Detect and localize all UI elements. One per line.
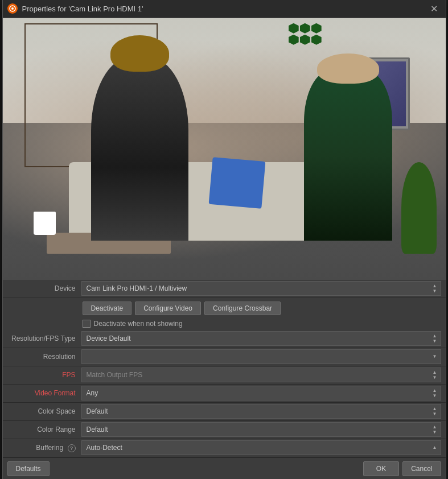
- video-format-value: Any: [87, 389, 98, 397]
- video-format-control: Any ▲ ▼: [81, 386, 441, 400]
- fps-arrow-down: ▼: [433, 375, 437, 380]
- color-space-arrow: ▲ ▼: [433, 407, 437, 416]
- fps-arrow-up: ▲: [433, 370, 437, 375]
- resolution-fps-dropdown[interactable]: Device Default ▲ ▼: [81, 331, 441, 346]
- deactivate-when-label: Deactivate when not showing: [94, 320, 183, 328]
- resolution-row: Resolution ▼: [3, 348, 446, 366]
- hex-panels: [289, 23, 322, 45]
- buffering-arrow-up: ▲: [433, 445, 437, 450]
- device-control: Cam Link Pro HDMI-1 / Multiview ▲ ▼: [81, 281, 441, 296]
- properties-panel: Device Cam Link Pro HDMI-1 / Multiview ▲…: [3, 280, 446, 480]
- buffering-row: Buffering ? Auto-Detect ▲: [3, 439, 446, 457]
- resolution-arrow: ▼: [433, 354, 437, 359]
- mug-left: [34, 212, 56, 235]
- video-format-label: Video Format: [7, 389, 81, 397]
- deactivate-checkbox-row: Deactivate when not showing: [3, 317, 446, 330]
- color-space-label: Color Space: [7, 407, 81, 415]
- resolution-fps-type-row: Resolution/FPS Type Device Default ▲ ▼: [3, 330, 446, 348]
- video-format-arrow: ▲ ▼: [433, 389, 437, 398]
- arrow-up-icon: ▲: [433, 284, 437, 288]
- color-range-arrow-up: ▲: [433, 425, 437, 430]
- device-dropdown-arrow: ▲ ▼: [433, 284, 437, 294]
- color-space-arrow-down: ▼: [433, 412, 437, 416]
- resolution-fps-control: Device Default ▲ ▼: [81, 331, 441, 346]
- fps-label: FPS: [7, 371, 81, 379]
- person-left-head: [110, 35, 169, 72]
- color-range-arrow-down: ▼: [433, 430, 437, 435]
- person-right: [304, 71, 393, 241]
- res-fps-arrow-down: ▼: [433, 339, 437, 344]
- color-range-control: Default ▲ ▼: [81, 422, 441, 437]
- configure-crossbar-button[interactable]: Configure Crossbar: [204, 302, 281, 315]
- video-preview: 🎮: [3, 18, 446, 280]
- color-space-value: Default: [87, 407, 108, 415]
- color-space-row: Color Space Default ▲ ▼: [3, 403, 446, 421]
- color-range-label: Color Range: [7, 426, 81, 433]
- hex-5: [300, 35, 310, 45]
- plant-right: [401, 162, 437, 254]
- color-space-arrow-up: ▲: [433, 407, 437, 411]
- video-format-arrow-down: ▼: [433, 394, 437, 398]
- hex-2: [300, 23, 310, 34]
- buffering-arrow: ▲: [433, 445, 437, 450]
- properties-window: Properties for 'Cam Link Pro HDMI 1' ✕ 🎮: [2, 0, 446, 479]
- color-range-value: Default: [87, 426, 108, 433]
- fps-arrow: ▲ ▼: [433, 370, 437, 380]
- res-fps-arrow-up: ▲: [433, 334, 437, 338]
- cancel-button[interactable]: Cancel: [402, 461, 441, 476]
- buffering-label: Buffering ?: [7, 444, 81, 452]
- res-fps-arrow: ▲ ▼: [433, 334, 437, 344]
- color-space-dropdown[interactable]: Default ▲ ▼: [81, 404, 441, 419]
- hex-6: [311, 35, 322, 45]
- resolution-label: Resolution: [7, 353, 81, 361]
- action-buttons-row: Deactivate Configure Video Configure Cro…: [3, 298, 446, 317]
- fps-dropdown[interactable]: Match Output FPS ▲ ▼: [81, 367, 441, 382]
- hex-1: [289, 23, 299, 34]
- fps-value: Match Output FPS: [87, 371, 143, 379]
- person-left: [91, 57, 188, 241]
- app-icon: [7, 3, 18, 14]
- video-format-arrow-up: ▲: [433, 389, 437, 393]
- resolution-arrow-down: ▼: [433, 354, 437, 359]
- resolution-dropdown[interactable]: ▼: [81, 349, 441, 364]
- window-title: Properties for 'Cam Link Pro HDMI 1': [22, 5, 428, 13]
- color-space-control: Default ▲ ▼: [81, 404, 441, 419]
- deactivate-when-checkbox[interactable]: [83, 320, 91, 328]
- buffering-info-icon[interactable]: ?: [68, 444, 76, 452]
- preview-image: 🎮: [3, 18, 446, 280]
- titlebar: Properties for 'Cam Link Pro HDMI 1' ✕: [3, 0, 446, 18]
- device-row: Device Cam Link Pro HDMI-1 / Multiview ▲…: [3, 280, 446, 298]
- bottom-bar: Defaults OK Cancel: [3, 457, 446, 480]
- configure-video-button[interactable]: Configure Video: [135, 302, 201, 315]
- color-range-dropdown[interactable]: Default ▲ ▼: [81, 422, 441, 437]
- video-format-row: Video Format Any ▲ ▼: [3, 385, 446, 403]
- color-range-arrow: ▲ ▼: [433, 425, 437, 435]
- svg-point-1: [11, 7, 14, 10]
- color-range-row: Color Range Default ▲ ▼: [3, 421, 446, 439]
- hex-4: [289, 35, 299, 45]
- buffering-value: Auto-Detect: [87, 444, 122, 452]
- resolution-fps-label: Resolution/FPS Type: [7, 335, 81, 342]
- fps-row: FPS Match Output FPS ▲ ▼: [3, 366, 446, 385]
- ok-button[interactable]: OK: [363, 461, 399, 476]
- buffering-dropdown[interactable]: Auto-Detect ▲: [81, 440, 441, 455]
- person-right-head: [317, 53, 379, 84]
- close-button[interactable]: ✕: [428, 2, 441, 15]
- pillow-prop: [209, 157, 266, 209]
- device-label: Device: [7, 284, 81, 292]
- defaults-button[interactable]: Defaults: [7, 461, 50, 476]
- resolution-fps-value: Device Default: [87, 335, 131, 342]
- deactivate-button[interactable]: Deactivate: [83, 302, 132, 315]
- fps-control: Match Output FPS ▲ ▼: [81, 367, 441, 382]
- buffering-control: Auto-Detect ▲: [81, 440, 441, 455]
- device-dropdown[interactable]: Cam Link Pro HDMI-1 / Multiview ▲ ▼: [81, 281, 441, 296]
- video-format-dropdown[interactable]: Any ▲ ▼: [81, 386, 441, 400]
- device-value: Cam Link Pro HDMI-1 / Multiview: [87, 284, 187, 292]
- arrow-down-icon: ▼: [433, 289, 437, 294]
- resolution-control: ▼: [81, 349, 441, 364]
- hex-3: [311, 23, 322, 34]
